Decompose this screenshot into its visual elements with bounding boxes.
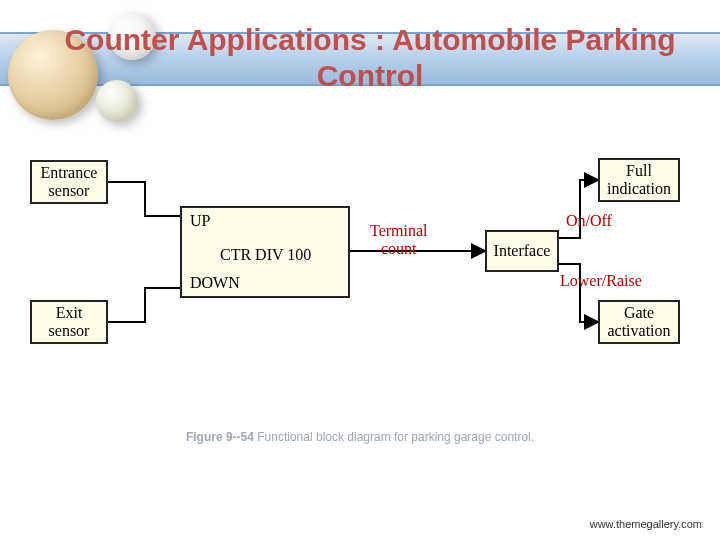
- block-gate-activation: Gateactivation: [598, 300, 680, 344]
- block-label: Fullindication: [607, 162, 671, 199]
- caption-text: Functional block diagram for parking gar…: [254, 430, 534, 444]
- page-title: Counter Applications : Automobile Parkin…: [60, 22, 680, 94]
- block-counter: UP CTR DIV 100 DOWN: [180, 206, 350, 298]
- block-full-indication: Fullindication: [598, 158, 680, 202]
- block-interface: Interface: [485, 230, 559, 272]
- footer-url: www.themegallery.com: [590, 518, 702, 530]
- block-exit-sensor: Exitsensor: [30, 300, 108, 344]
- block-label: Gateactivation: [607, 304, 670, 341]
- caption-figure-number: Figure 9--54: [186, 430, 254, 444]
- counter-main-label: CTR DIV 100: [220, 246, 311, 264]
- block-label: Exitsensor: [49, 304, 90, 341]
- counter-down-label: DOWN: [190, 274, 240, 292]
- counter-up-label: UP: [190, 212, 210, 230]
- block-diagram: Entrancesensor Exitsensor UP CTR DIV 100…: [30, 150, 690, 410]
- block-label: Entrancesensor: [41, 164, 98, 201]
- signal-terminal-count: Terminalcount: [370, 222, 428, 258]
- block-label: Interface: [494, 242, 551, 260]
- block-entrance-sensor: Entrancesensor: [30, 160, 108, 204]
- signal-on-off: On/Off: [566, 212, 612, 230]
- figure-caption: Figure 9--54 Functional block diagram fo…: [100, 430, 620, 444]
- signal-lower-raise: Lower/Raise: [560, 272, 642, 290]
